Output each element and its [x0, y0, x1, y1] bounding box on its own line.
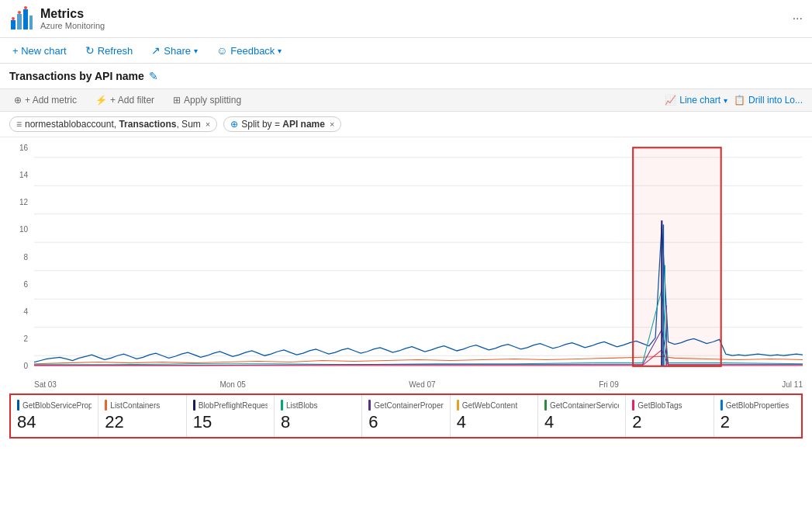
line-chart-label: Line chart — [679, 95, 720, 106]
filter-pill-transactions[interactable]: ≡ normestablobaccount, Transactions, Sum… — [9, 116, 217, 132]
filter-pill-split[interactable]: ⊕ Split by = API name × — [223, 116, 341, 132]
drill-label: Drill into Lo... — [748, 95, 803, 106]
legend-item-4: GetContainerProperties 6 — [362, 395, 450, 437]
svg-rect-1 — [17, 14, 22, 29]
chart-area: 16 14 12 10 8 6 4 2 0 — [0, 137, 812, 393]
main-toolbar: + New chart ↻ Refresh ↗ Share ▾ ☺ Feedba… — [0, 38, 812, 64]
add-filter-icon: ⚡ — [95, 95, 107, 106]
line-chart-icon: 📈 — [665, 95, 676, 106]
add-metric-label: + Add metric — [25, 95, 77, 106]
filter-pill-close-1[interactable]: × — [206, 120, 210, 129]
legend-item-7: GetBlobTags 2 — [626, 395, 714, 437]
y-label-10: 10 — [19, 225, 31, 234]
legend-item-2: BlobPreflightRequest 15 — [187, 395, 275, 437]
y-label-2: 2 — [23, 335, 31, 343]
legend-item-5: GetWebContent 4 — [451, 395, 538, 437]
svg-point-5 — [18, 11, 21, 14]
chart-title-bar: Transactions by API name ✎ — [0, 64, 812, 88]
legend-color-6 — [544, 400, 547, 411]
add-filter-label: + Add filter — [110, 95, 154, 106]
legend-color-3 — [281, 400, 283, 411]
line-chart-chevron: ▾ — [724, 96, 727, 105]
refresh-button[interactable]: ↻ Refresh — [82, 43, 136, 58]
app-header: Metrics Azure Monitoring ··· — [0, 0, 812, 38]
filter-pill-close-2[interactable]: × — [330, 120, 334, 129]
legend-value-7: 2 — [632, 412, 707, 432]
refresh-label: Refresh — [98, 45, 133, 57]
legend-value-0: 84 — [17, 412, 92, 432]
y-label-6: 6 — [23, 280, 31, 289]
chart-inner: 16 14 12 10 8 6 4 2 0 — [9, 144, 803, 393]
legend-name-2: BlobPreflightRequest — [193, 400, 268, 411]
share-chevron: ▾ — [194, 47, 198, 55]
legend-name-8: GetBlobProperties — [720, 400, 795, 411]
filter-pill-icon-2: ⊕ — [230, 119, 238, 130]
add-metric-button[interactable]: ⊕ + Add metric — [9, 92, 81, 108]
filter-pill-text-2: Split by = API name — [241, 119, 325, 130]
legend-item-8: GetBlobProperties 2 — [714, 395, 801, 437]
share-button[interactable]: ↗ Share ▾ — [148, 43, 201, 58]
svg-rect-0 — [11, 20, 16, 29]
legend-color-8 — [720, 400, 723, 411]
new-chart-button[interactable]: + New chart — [9, 43, 70, 58]
add-metric-icon: ⊕ — [14, 95, 22, 106]
line-chart-button[interactable]: 📈 Line chart ▾ — [665, 95, 727, 106]
feedback-icon: ☺ — [216, 44, 227, 57]
legend-value-6: 4 — [544, 412, 619, 432]
header-title-group: Metrics Azure Monitoring — [40, 7, 105, 30]
y-label-8: 8 — [23, 253, 31, 262]
svg-rect-2 — [23, 9, 28, 29]
y-label-4: 4 — [23, 307, 31, 316]
apply-splitting-label: Apply splitting — [184, 95, 241, 106]
metrics-icon — [9, 6, 34, 31]
legend-item-0: GetBlobServiceProper... 84 — [11, 395, 98, 437]
share-label: Share — [164, 45, 191, 57]
x-label-sat03: Sat 03 — [34, 380, 57, 389]
more-options-button[interactable]: ··· — [793, 12, 803, 26]
drill-into-button[interactable]: 📋 Drill into Lo... — [734, 95, 803, 106]
legend-item-3: ListBlobs 8 — [275, 395, 362, 437]
x-label-fri09: Fri 09 — [599, 380, 619, 389]
legend-value-5: 4 — [457, 412, 531, 432]
y-label-14: 14 — [19, 171, 31, 179]
legend-color-1 — [105, 400, 107, 411]
filter-bar: ≡ normestablobaccount, Transactions, Sum… — [0, 112, 812, 137]
chart-svg-container[interactable] — [34, 144, 803, 370]
edit-chart-title-button[interactable]: ✎ — [149, 70, 158, 82]
y-label-12: 12 — [19, 198, 31, 206]
x-label-wed07: Wed 07 — [409, 380, 435, 389]
add-filter-button[interactable]: ⚡ + Add filter — [91, 92, 159, 108]
share-icon: ↗ — [151, 44, 161, 57]
legend-color-7 — [632, 400, 634, 411]
legend-value-1: 22 — [105, 412, 179, 432]
options-bar: ⊕ + Add metric ⚡ + Add filter ⊞ Apply sp… — [0, 88, 812, 112]
chart-title: Transactions by API name — [9, 70, 144, 82]
filter-pill-icon-1: ≡ — [16, 119, 22, 130]
y-label-0: 0 — [23, 362, 31, 370]
svg-point-4 — [12, 17, 15, 20]
app-title: Metrics — [40, 7, 105, 21]
x-label-mon05: Mon 05 — [219, 380, 245, 389]
legend-item-6: GetContainerServiceM... 4 — [538, 395, 626, 437]
feedback-button[interactable]: ☺ Feedback ▾ — [213, 43, 285, 58]
legend-name-5: GetWebContent — [457, 400, 531, 411]
legend-value-4: 6 — [368, 412, 443, 432]
legend-value-2: 15 — [193, 412, 268, 432]
apply-splitting-button[interactable]: ⊞ Apply splitting — [168, 92, 246, 108]
legend-item-1: ListContainers 22 — [98, 395, 186, 437]
legend-color-0 — [17, 400, 19, 411]
options-right: 📈 Line chart ▾ 📋 Drill into Lo... — [665, 95, 803, 106]
legend-color-2 — [193, 400, 195, 411]
legend-color-5 — [457, 400, 459, 411]
svg-rect-20 — [633, 147, 721, 366]
new-chart-label: + New chart — [12, 45, 67, 57]
legend-name-1: ListContainers — [105, 400, 179, 411]
legend-name-4: GetContainerProperties — [368, 400, 443, 411]
x-axis: Sat 03 Mon 05 Wed 07 Fri 09 Jul 11 — [34, 375, 803, 393]
feedback-label: Feedback — [230, 45, 275, 57]
legend-name-6: GetContainerServiceM... — [544, 400, 619, 411]
legend-value-8: 2 — [720, 412, 795, 432]
svg-rect-3 — [29, 16, 33, 29]
y-label-16: 16 — [19, 144, 31, 152]
app-subtitle: Azure Monitoring — [40, 21, 105, 30]
